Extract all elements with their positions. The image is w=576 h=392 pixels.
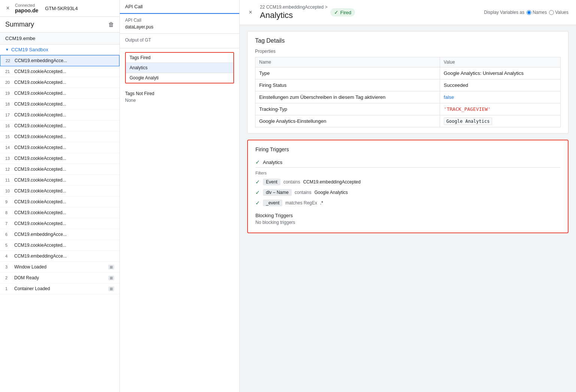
- event-num: 2: [5, 276, 12, 280]
- right-panel: × 22 CCM19.embeddingAccepted > Analytics…: [240, 0, 576, 392]
- properties-table: Name Value TypeGoogle Analytics: Univers…: [255, 57, 561, 127]
- filter-check-icon: ✓: [255, 179, 260, 185]
- ga-value: Google Analytics: [444, 118, 492, 125]
- event-label: CCM19.embe: [0, 33, 119, 45]
- prop-value: false: [440, 91, 560, 103]
- event-item[interactable]: 20 CCM19.cookieAccepted...: [0, 77, 119, 88]
- names-radio[interactable]: Names: [527, 10, 547, 15]
- detail-close-button[interactable]: ×: [247, 9, 254, 16]
- event-item[interactable]: 2 DOM Ready ⊞: [0, 273, 119, 283]
- tags-not-fired-title: Tags Not Fired: [125, 91, 234, 96]
- event-item[interactable]: 12 CCM19.cookieAccepted...: [0, 164, 119, 175]
- event-name: CCM19.cookieAccepted...: [14, 91, 114, 96]
- tag-item[interactable]: Google Analyti: [126, 73, 233, 83]
- event-item[interactable]: 15 CCM19.cookieAccepted...: [0, 131, 119, 142]
- api-call-section: API Call dataLayer.pus: [120, 14, 239, 34]
- output-section: Output of GT: [120, 34, 239, 48]
- names-radio-input[interactable]: [527, 10, 531, 15]
- table-row: Einstellungen zum Überschreiben in diese…: [255, 91, 561, 103]
- prop-value: Google Analytics: Universal Analytics: [440, 67, 560, 79]
- event-item[interactable]: 7 CCM19.cookieAccepted...: [0, 218, 119, 229]
- gtm-id: GTM-5KR93L4: [45, 6, 78, 11]
- summary-bar: Summary 🗑: [0, 17, 119, 33]
- event-item[interactable]: 21 CCM19.cookieAccepted...: [0, 66, 119, 77]
- names-label: Names: [533, 10, 547, 15]
- event-item[interactable]: 14 CCM19.cookieAccepted...: [0, 142, 119, 153]
- event-item[interactable]: 3 Window Loaded ⊞: [0, 262, 119, 273]
- event-item[interactable]: 9 CCM19.cookieAccepted...: [0, 197, 119, 207]
- filters-label: Filters: [255, 171, 560, 175]
- event-badge: ⊞: [108, 286, 114, 291]
- event-num: 15: [5, 134, 12, 139]
- filter-row: ✓ dlv – Name contains Google Analytics: [255, 187, 560, 198]
- col-name: Name: [255, 57, 440, 67]
- trigger-row: ✓ Analytics: [255, 157, 560, 168]
- middle-panel: API Call API Call dataLayer.pus Output o…: [120, 0, 240, 392]
- filter-check-icon: ✓: [255, 200, 260, 206]
- event-item[interactable]: 1 Container Loaded ⊞: [0, 283, 119, 294]
- detail-title: Analytics: [260, 10, 327, 20]
- event-num: 12: [5, 167, 12, 171]
- event-name: CCM19.cookieAccepted...: [14, 243, 114, 248]
- filter-op: contains: [295, 190, 312, 195]
- delete-icon[interactable]: 🗑: [108, 21, 114, 28]
- event-item[interactable]: 8 CCM19.cookieAccepted...: [0, 207, 119, 218]
- filter-val: Google Analytics: [314, 190, 348, 195]
- event-name: CCM19.cookieAccepted...: [14, 210, 114, 215]
- site-name: papoo.de: [15, 7, 38, 13]
- event-item[interactable]: 4 CCM19.embeddingAcce...: [0, 251, 119, 262]
- trigger-check-icon: ✓: [255, 159, 260, 165]
- event-num: 5: [5, 243, 12, 247]
- event-item[interactable]: 13 CCM19.cookieAccepted...: [0, 153, 119, 164]
- filter-tag: _event: [263, 200, 282, 206]
- display-vars-label: Display Variables as: [484, 10, 524, 15]
- event-name: CCM19.cookieAccepted...: [14, 80, 114, 85]
- firing-triggers-card: Firing Triggers ✓ Analytics Filters ✓ Ev…: [247, 140, 569, 233]
- tag-details-card: Tag Details Properties Name Value TypeGo…: [247, 31, 569, 134]
- event-list: 22 CCM19.embeddingAcce... 21 CCM19.cooki…: [0, 55, 119, 392]
- event-name: CCM19.cookieAccepted...: [14, 221, 114, 226]
- filter-row: ✓ Event contains CCM19.embeddingAccepted: [255, 177, 560, 187]
- prop-name: Tracking-Typ: [255, 103, 440, 115]
- event-item[interactable]: 16 CCM19.cookieAccepted...: [0, 121, 119, 131]
- prop-name: Google Analytics-Einstellungen: [255, 115, 440, 127]
- event-name: CCM19.embeddingAcce...: [15, 58, 114, 63]
- tag-item[interactable]: Analytics: [126, 63, 233, 73]
- event-num: 14: [5, 145, 12, 150]
- values-radio[interactable]: Values: [549, 10, 569, 15]
- event-item[interactable]: 6 CCM19.embeddingAcce...: [0, 229, 119, 240]
- event-item[interactable]: 22 CCM19.embeddingAcce...: [0, 55, 119, 66]
- display-vars: Display Variables as Names Values: [484, 10, 569, 15]
- event-name: CCM19.cookieAccepted...: [14, 112, 114, 118]
- filter-val: CCM19.embeddingAccepted: [303, 179, 360, 185]
- event-name: CCM19.cookieAccepted...: [14, 188, 114, 194]
- event-num: 1: [5, 286, 12, 291]
- event-name: CCM19.embeddingAcce...: [14, 232, 114, 237]
- event-item[interactable]: 18 CCM19.cookieAccepted...: [0, 99, 119, 110]
- top-bar: × Connected papoo.de GTM-5KR93L4: [0, 0, 119, 17]
- event-item[interactable]: 17 CCM19.cookieAccepted...: [0, 110, 119, 121]
- table-row: Tracking-Typ'TRACK_PAGEVIEW': [255, 103, 561, 115]
- none-label: None: [125, 98, 234, 103]
- prop-value: 'TRACK_PAGEVIEW': [440, 103, 560, 115]
- event-item[interactable]: 19 CCM19.cookieAccepted...: [0, 88, 119, 99]
- event-item[interactable]: 10 CCM19.cookieAccepted...: [0, 186, 119, 197]
- event-num: 17: [5, 113, 12, 117]
- event-item[interactable]: 5 CCM19.cookieAccepted...: [0, 240, 119, 251]
- event-name: CCM19.cookieAccepted...: [14, 156, 114, 161]
- event-num: 8: [5, 210, 12, 215]
- api-call-title: API Call: [125, 18, 234, 23]
- filter-check-icon: ✓: [255, 189, 260, 195]
- event-name: CCM19.cookieAccepted...: [14, 134, 114, 139]
- prop-value: Succeeded: [440, 79, 560, 91]
- values-label: Values: [555, 10, 569, 15]
- values-radio-input[interactable]: [549, 10, 554, 15]
- event-num: 16: [5, 124, 12, 128]
- filter-op: contains: [284, 179, 300, 185]
- event-name: CCM19.cookieAccepted...: [14, 101, 114, 107]
- close-panel-button[interactable]: ×: [4, 5, 11, 12]
- event-item[interactable]: 11 CCM19.cookieAccepted...: [0, 175, 119, 186]
- event-name: DOM Ready: [14, 275, 106, 280]
- event-num: 9: [5, 200, 12, 204]
- triangle-icon: ▼: [5, 48, 9, 52]
